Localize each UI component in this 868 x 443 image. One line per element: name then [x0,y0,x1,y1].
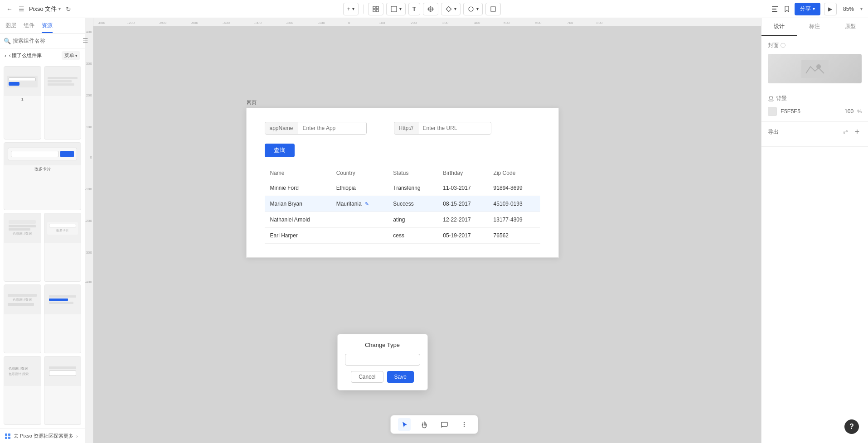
list-item[interactable]: 色彩设计数据 [4,284,41,353]
back-small-icon: ‹ [5,53,6,58]
pixso-icon [5,433,11,439]
component-tool[interactable]: ▾ [441,3,461,15]
component-icon [445,5,452,13]
table-row: Nathaniel Arnold ating 12-22-2017 13177-… [265,212,540,228]
text-tool[interactable]: T [408,3,420,15]
library-icon[interactable] [771,5,779,13]
app-title[interactable]: Pixso 文件 ▾ [29,5,61,13]
export-add-icon[interactable]: + [853,127,862,136]
menu-icon[interactable]: ☰ [17,5,25,13]
zoom-level[interactable]: 85% [840,6,857,12]
library-label[interactable]: ‹ ‹ 懂了么组件库 [5,52,42,59]
tab-prototype[interactable]: 原型 [833,18,868,36]
tab-annotate[interactable]: 标注 [797,18,832,36]
export-settings-icon[interactable]: ⇄ [841,127,850,136]
svg-rect-8 [446,6,451,11]
table-row: Marian Bryan Mauritania ✎ Success 08-15-… [265,196,540,212]
bg-label: 背景 [768,95,787,102]
dialog-input[interactable] [345,354,420,366]
tab-layers[interactable]: 图层 [5,22,16,33]
cover-title: 封面 ⓘ [768,42,862,49]
search-icon: 🔍 [4,38,11,44]
cell-name: Minnie Ford [265,180,331,196]
add-button[interactable]: + ▾ [343,3,359,15]
comp-preview [44,67,81,96]
comment-tool-button[interactable] [438,418,451,431]
ruler-top: -800 -700 -600 -500 -400 -300 -200 -100 … [93,18,761,26]
right-tabs: 设计 标注 原型 [761,18,868,36]
app-name-label: appName [265,122,298,134]
comp-name [4,314,41,316]
list-item[interactable]: 改多卡片 [4,142,81,210]
svg-rect-17 [8,437,10,439]
share-chevron-icon: ▾ [813,6,815,11]
export-label: 导出 [768,128,779,136]
cell-zip: 76562 [488,228,540,244]
svg-point-9 [469,7,473,11]
play-button[interactable]: ▶ [824,3,837,15]
dialog-actions: Cancel Save [345,371,420,383]
list-item[interactable] [44,284,82,353]
tab-resources[interactable]: 资源 [42,22,53,33]
pixso-community-link[interactable]: 去 Pixso 资源社区探索更多 › [0,429,85,443]
cancel-button[interactable]: Cancel [351,371,383,383]
comp-preview: 改多卡片 [44,213,81,243]
svg-rect-13 [772,11,777,12]
cell-zip: 45109-0193 [488,196,540,212]
cover-section: 封面 ⓘ [761,36,868,89]
frame-tool[interactable] [368,3,383,15]
header-row: Name Country Status Birthday Zip Code [265,166,540,180]
edit-icon[interactable]: ✎ [365,201,369,207]
cell-birthday: 05-19-2017 [437,228,488,244]
share-button[interactable]: 设计 分享 ▾ [795,3,820,15]
list-item[interactable]: 色彩设计数据 [4,213,41,282]
bookmark-icon[interactable] [783,5,791,13]
bg-color-swatch[interactable] [768,107,777,116]
cover-label: 封面 ⓘ [768,42,786,49]
bg-row: E5E5E5 100 % [768,107,862,116]
arrow-right-icon: › [76,433,78,439]
pen-tool[interactable] [423,3,438,15]
save-button[interactable]: Save [387,371,414,383]
svg-rect-11 [772,6,778,7]
topbar-right: 设计 分享 ▾ ▶ 85% ▾ [771,3,863,15]
svg-rect-12 [772,9,776,10]
chevron-down-icon: ▾ [58,6,61,11]
table-container: Name Country Status Birthday Zip Code Mi… [265,166,540,244]
url-input[interactable] [418,122,491,134]
list-item[interactable]: 1 [4,66,41,140]
crop-tool[interactable] [485,3,501,15]
bottom-toolbar [390,415,478,434]
shape-tool[interactable]: ▾ [386,3,406,15]
ruler-left: 400 300 200 100 0 -100 -200 -300 -400 [85,26,93,443]
comp-preview [4,143,81,165]
refresh-icon[interactable]: ↻ [64,5,73,13]
list-item[interactable]: 色彩设计数据 色彩设计 探索 [4,356,41,425]
col-name: Name [265,166,331,180]
svg-point-18 [463,422,464,423]
tab-design[interactable]: 设计 [761,18,797,36]
tab-components[interactable]: 组件 [24,22,34,33]
app-name-input[interactable] [298,122,366,134]
cursor-tool-button[interactable] [398,418,411,431]
bg-color-value: E5E5E5 [781,108,800,115]
table-row: Minnie Ford Ethiopia Transfering 11-03-2… [265,180,540,196]
help-button[interactable]: ? [844,419,859,434]
zoom-chevron-icon[interactable]: ▾ [860,6,863,11]
list-item[interactable] [44,66,82,140]
menu-dropdown[interactable]: 菜单 ▾ [62,51,80,60]
list-icon[interactable]: ☰ [82,37,88,44]
list-item[interactable] [44,356,82,425]
back-icon[interactable]: ← [5,5,14,13]
hand-tool-button[interactable] [418,418,431,431]
play-icon: ▶ [828,6,832,12]
mask-tool[interactable]: ▾ [463,3,483,15]
share-label: 分享 [800,5,811,13]
search-input[interactable] [13,38,81,44]
more-tool-button[interactable] [458,418,470,431]
text-icon: T [412,5,416,12]
list-item[interactable]: 改多卡片 [44,213,82,282]
cell-country: Ethiopia [331,180,388,196]
comp-name [44,243,81,245]
query-button[interactable]: 查询 [265,144,295,157]
